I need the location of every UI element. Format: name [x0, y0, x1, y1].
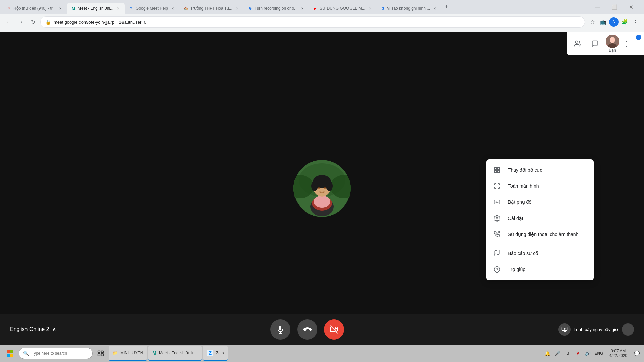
tab-meet-help-close[interactable]: ✕: [170, 6, 175, 11]
more-options-button[interactable]: ⋮: [622, 323, 634, 336]
tab-gmail[interactable]: ✉ Hộp thư đến (940) - tr... ✕: [3, 3, 67, 14]
participant-info: Bạn: [606, 35, 619, 53]
svg-rect-38: [98, 351, 100, 353]
menu-help-label: Trợ giúp: [508, 267, 525, 272]
back-button[interactable]: ←: [4, 17, 13, 27]
controls-right: Trình bày ngay bây giờ ⋮: [558, 323, 634, 336]
browser-toolbar: ← → ↻ 🔒 meet.google.com/ofe-yoih-jja?pli…: [0, 14, 644, 30]
svg-rect-17: [495, 168, 497, 170]
tab-school[interactable]: 🏫 Trường THPT Hòa Tú... ✕: [179, 3, 244, 14]
profile-button[interactable]: A: [609, 17, 619, 27]
tab-meet[interactable]: M Meet - English 0nl... ✕: [67, 3, 125, 14]
taskbar-app-meet[interactable]: M Meet - English 0nlin...: [148, 346, 202, 361]
volume-icon[interactable]: 🔊: [583, 347, 593, 360]
tab-gmail-close[interactable]: ✕: [58, 6, 63, 11]
address-bar[interactable]: 🔒 meet.google.com/ofe-yoih-jja?pli=1&aut…: [40, 16, 585, 28]
extensions-button[interactable]: 🧩: [620, 17, 629, 27]
browser-tabs: ✉ Hộp thư đến (940) - tr... ✕ M Meet - E…: [0, 0, 644, 14]
menu-layout-label: Thay đổi bố cục: [508, 167, 542, 173]
notification-icon[interactable]: 🔔: [543, 347, 552, 360]
tab-youtube[interactable]: ▶ SỬ DỤNG GOOGLE M... ✕: [309, 3, 377, 14]
svg-point-15: [610, 37, 615, 43]
tab-why[interactable]: G vì sao không ghi hình ... ✕: [377, 3, 441, 14]
sys-tray-icons: 🔔 🎤 B V 🔊 ENG: [543, 347, 605, 360]
camera-button[interactable]: [324, 319, 344, 340]
svg-rect-40: [98, 354, 100, 356]
menu-report-label: Báo cáo sự cố: [508, 251, 538, 256]
new-tab-button[interactable]: +: [441, 2, 451, 12]
start-button[interactable]: [3, 346, 17, 361]
menu-item-captions[interactable]: Bật phụ đề: [486, 194, 594, 210]
tab-why-close[interactable]: ✕: [432, 6, 437, 11]
tab-recording[interactable]: G Turn recording on or o... ✕: [244, 3, 309, 14]
svg-point-10: [326, 181, 333, 191]
taskbar-app-zalo[interactable]: Z Zalo: [203, 346, 228, 361]
menu-item-settings[interactable]: Cài đặt: [486, 210, 594, 226]
meet-taskbar-icon: M: [152, 350, 156, 356]
tab-youtube-favicon: ▶: [313, 6, 318, 11]
present-icon: [558, 323, 571, 336]
taskbar-search-icon: 🔍: [23, 351, 29, 356]
svg-rect-35: [10, 350, 13, 353]
bluetooth-icon[interactable]: B: [563, 347, 573, 360]
tab-meet-label: Meet - English 0nl...: [78, 6, 113, 11]
svg-point-22: [496, 218, 498, 219]
participant-panel-avatar: [606, 35, 619, 48]
minimize-button[interactable]: —: [590, 2, 605, 12]
video-main: Bạn ⋮ Thay đổi bố cục: [0, 32, 644, 345]
clock-area[interactable]: 9:07 AM 4/22/2020: [607, 348, 629, 359]
chat-button[interactable]: [588, 37, 602, 50]
menu-settings-label: Cài đặt: [508, 216, 523, 221]
browser-menu-button[interactable]: ⋮: [631, 17, 640, 27]
tab-why-label: vì sao không ghi hình ...: [387, 6, 430, 11]
microphone-button[interactable]: [270, 319, 290, 340]
panel-more-button[interactable]: ⋮: [623, 40, 630, 48]
tab-gmail-label: Hộp thư đến (940) - tr...: [13, 6, 56, 11]
svg-rect-20: [498, 171, 500, 173]
meeting-title-area: English Online 2 ∧: [10, 326, 56, 333]
restore-button[interactable]: ⬜: [606, 2, 622, 12]
svg-rect-34: [7, 350, 10, 353]
menu-item-report[interactable]: Báo cáo sự cố: [486, 245, 594, 261]
help-icon: [493, 265, 501, 274]
end-call-button[interactable]: [297, 319, 317, 340]
lock-icon: 🔒: [45, 19, 51, 25]
participants-button[interactable]: [571, 37, 584, 50]
svg-point-13: [576, 41, 578, 43]
task-view-button[interactable]: [94, 347, 107, 360]
app-zalo-label: Zalo: [216, 351, 224, 355]
tab-recording-close[interactable]: ✕: [300, 6, 305, 11]
tab-meet-help[interactable]: ? Google Meet Help ✕: [125, 3, 179, 14]
menu-item-fullscreen[interactable]: Toàn màn hình: [486, 178, 594, 194]
tab-youtube-label: SỬ DỤNG GOOGLE M...: [320, 6, 365, 11]
menu-item-help[interactable]: Trợ giúp: [486, 261, 594, 278]
meeting-title-chevron[interactable]: ∧: [52, 326, 56, 333]
taskbar-search-input[interactable]: [32, 351, 88, 356]
tab-youtube-close[interactable]: ✕: [367, 6, 373, 11]
menu-item-phone-audio[interactable]: Sử dụng điện thoại cho âm thanh: [486, 226, 594, 242]
participant-name: Bạn: [609, 48, 616, 53]
browser-actions: ☆ 📺 A 🧩 ⋮: [588, 17, 640, 27]
cast-button[interactable]: 📺: [598, 17, 608, 27]
taskbar-app-file-explorer[interactable]: 📁 MINH UYEN: [109, 346, 147, 361]
language-indicator[interactable]: ENG: [593, 350, 605, 356]
vietkey-icon[interactable]: V: [573, 347, 583, 360]
bookmark-button[interactable]: ☆: [588, 17, 597, 27]
svg-point-6: [314, 196, 330, 208]
action-center-icon[interactable]: 💬: [632, 347, 641, 360]
menu-item-layout[interactable]: Thay đổi bố cục: [486, 162, 594, 178]
tab-meet-close[interactable]: ✕: [115, 6, 121, 11]
menu-captions-label: Bật phụ đề: [508, 199, 532, 205]
reload-button[interactable]: ↻: [28, 17, 38, 27]
clock-time: 9:07 AM: [611, 349, 626, 353]
mic-tray-icon[interactable]: 🎤: [553, 347, 562, 360]
captions-icon: [493, 198, 501, 206]
forward-button[interactable]: →: [16, 17, 25, 27]
present-button[interactable]: Trình bày ngay bây giờ: [558, 323, 618, 336]
close-button[interactable]: ✕: [623, 2, 639, 12]
svg-rect-36: [7, 354, 10, 357]
tab-why-favicon: G: [381, 6, 385, 11]
phone-audio-icon: [493, 230, 501, 238]
tab-school-close[interactable]: ✕: [234, 6, 240, 11]
taskbar-search[interactable]: 🔍: [19, 348, 93, 359]
